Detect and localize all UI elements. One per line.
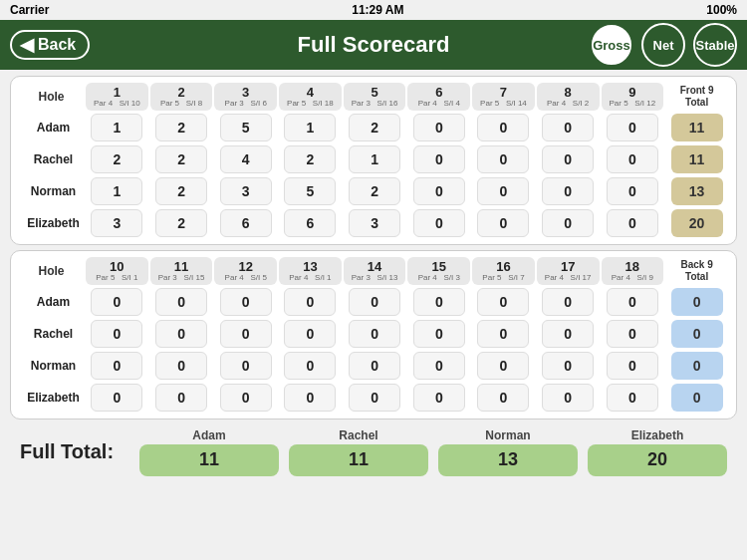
hole-15-header: 15Par 4 S/I 3 [407,257,470,285]
hole-11-header: 11Par 3 S/I 15 [150,257,213,285]
front9-score-0-2[interactable]: 5 [214,113,277,142]
mode-buttons: Gross Net Stable [590,23,737,67]
back9-score-1-2[interactable]: 0 [214,319,277,349]
back9-score-3-8[interactable]: 0 [602,383,664,413]
back9-score-2-5[interactable]: 0 [407,351,470,381]
back9-score-0-0[interactable]: 0 [86,287,148,317]
back9-score-3-4[interactable]: 0 [344,383,406,413]
back9-score-0-8[interactable]: 0 [602,287,664,317]
stable-mode-button[interactable]: Stable [693,23,737,67]
front9-score-3-6[interactable]: 0 [472,208,535,238]
back9-score-3-6[interactable]: 0 [472,383,535,413]
back9-total-header: Back 9Total [665,257,728,285]
back9-score-0-7[interactable]: 0 [537,287,600,317]
back9-score-0-6[interactable]: 0 [472,287,535,317]
back9-player-name-3: Elizabeth [19,383,84,413]
back9-score-2-8[interactable]: 0 [602,351,664,381]
front9-score-0-0[interactable]: 1 [86,113,148,142]
back9-score-1-7[interactable]: 0 [537,319,600,349]
carrier-label: Carrier [10,3,49,17]
front9-score-2-4[interactable]: 2 [344,176,406,206]
front9-score-0-1[interactable]: 2 [150,113,213,142]
front9-player-name-2: Norman [19,176,84,206]
back9-total-3: 0 [665,383,728,413]
back9-score-3-2[interactable]: 0 [214,383,277,413]
front9-score-0-8[interactable]: 0 [602,113,664,142]
hole-2-header: 2Par 5 S/I 8 [150,83,213,111]
front9-score-2-8[interactable]: 0 [602,176,664,206]
back9-score-0-2[interactable]: 0 [214,287,277,317]
hole-8-header: 8Par 4 S/I 2 [537,83,600,111]
back9-score-1-8[interactable]: 0 [602,319,664,349]
front9-player-name-0: Adam [19,113,84,142]
back9-table: Hole 10Par 5 S/I 1 11Par 3 S/I 15 12Par … [17,255,730,415]
net-mode-button[interactable]: Net [641,23,685,67]
back9-score-1-0[interactable]: 0 [86,319,148,349]
hole-column-header-back: Hole [19,257,84,285]
back9-score-1-6[interactable]: 0 [472,319,535,349]
front9-score-0-5[interactable]: 0 [407,113,470,142]
front9-score-3-8[interactable]: 0 [602,208,664,238]
front9-score-2-1[interactable]: 2 [150,176,213,206]
back9-score-1-5[interactable]: 0 [407,319,470,349]
front9-score-1-2[interactable]: 4 [214,144,277,174]
front9-score-2-5[interactable]: 0 [407,176,470,206]
back9-score-0-3[interactable]: 0 [279,287,342,317]
back9-score-3-0[interactable]: 0 [86,383,148,413]
full-total-name-2: Norman [485,428,530,442]
gross-mode-button[interactable]: Gross [590,23,633,67]
back9-score-1-4[interactable]: 0 [344,319,406,349]
front9-score-1-6[interactable]: 0 [472,144,535,174]
back9-score-2-7[interactable]: 0 [537,351,600,381]
front9-score-0-4[interactable]: 2 [344,113,406,142]
front9-score-2-2[interactable]: 3 [214,176,277,206]
front9-total-2: 13 [665,176,728,206]
front9-score-1-3[interactable]: 2 [279,144,342,174]
front9-score-2-3[interactable]: 5 [279,176,342,206]
back9-score-3-7[interactable]: 0 [537,383,600,413]
front9-score-3-1[interactable]: 2 [150,208,213,238]
full-total-player-1: Rachel11 [289,428,428,476]
front9-score-1-1[interactable]: 2 [150,144,213,174]
back9-total-2: 0 [665,351,728,381]
front9-score-3-7[interactable]: 0 [537,208,600,238]
back9-score-3-5[interactable]: 0 [407,383,470,413]
full-total-player-0: Adam11 [139,428,279,476]
back9-score-2-3[interactable]: 0 [279,351,342,381]
back9-score-1-1[interactable]: 0 [150,319,213,349]
front9-score-2-6[interactable]: 0 [472,176,535,206]
front9-score-3-3[interactable]: 6 [279,208,342,238]
front9-score-2-7[interactable]: 0 [537,176,600,206]
front9-score-1-0[interactable]: 2 [86,144,148,174]
front9-score-0-7[interactable]: 0 [537,113,600,142]
back9-score-2-0[interactable]: 0 [86,351,148,381]
hole-column-header: Hole [19,83,84,111]
back9-player-name-1: Rachel [19,319,84,349]
front9-score-1-7[interactable]: 0 [537,144,600,174]
total-players: Adam11Rachel11Norman13Elizabeth20 [139,428,727,476]
front9-score-1-5[interactable]: 0 [407,144,470,174]
back9-score-2-4[interactable]: 0 [344,351,406,381]
back9-score-0-4[interactable]: 0 [344,287,406,317]
full-total-score-2: 13 [438,444,578,476]
back9-score-1-3[interactable]: 0 [279,319,342,349]
back9-score-3-1[interactable]: 0 [150,383,213,413]
back-button[interactable]: ◀ Back [10,30,90,60]
front9-score-2-0[interactable]: 1 [86,176,148,206]
back9-score-2-6[interactable]: 0 [472,351,535,381]
table-row: Rachel0000000000 [19,319,728,349]
front9-score-1-4[interactable]: 1 [344,144,406,174]
front9-score-3-5[interactable]: 0 [407,208,470,238]
front9-score-0-3[interactable]: 1 [279,113,342,142]
back9-score-2-2[interactable]: 0 [214,351,277,381]
front9-score-3-2[interactable]: 6 [214,208,277,238]
back9-score-0-1[interactable]: 0 [150,287,213,317]
back9-score-2-1[interactable]: 0 [150,351,213,381]
front9-score-3-4[interactable]: 3 [344,208,406,238]
page-title: Full Scorecard [298,32,450,58]
front9-score-3-0[interactable]: 3 [86,208,148,238]
back9-score-0-5[interactable]: 0 [407,287,470,317]
front9-score-1-8[interactable]: 0 [602,144,664,174]
front9-score-0-6[interactable]: 0 [472,113,535,142]
back9-score-3-3[interactable]: 0 [279,383,342,413]
